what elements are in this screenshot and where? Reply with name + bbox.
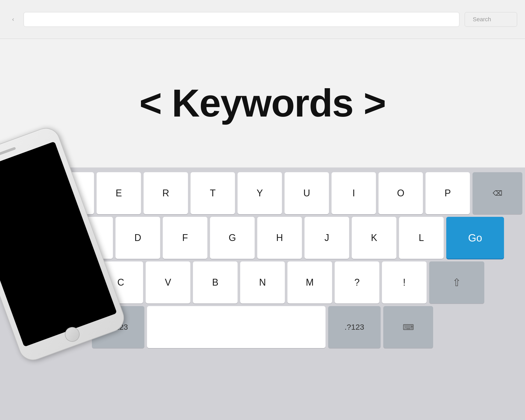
keywords-container: < Keywords > — [0, 39, 525, 167]
key-n[interactable]: N — [240, 261, 285, 303]
phone-speaker — [0, 147, 16, 156]
key-delete[interactable]: ⌫ — [472, 172, 522, 214]
key-shift-right[interactable]: ⇧ — [429, 261, 484, 303]
key-i[interactable]: I — [332, 172, 376, 214]
key-u[interactable]: U — [285, 172, 329, 214]
key-exclaim[interactable]: ! — [382, 261, 427, 303]
main-content: ‹ Search < Keywords > Q W E R T Y U I — [0, 0, 525, 420]
browser-bar: ‹ Search — [0, 0, 525, 39]
key-j[interactable]: J — [304, 217, 349, 259]
key-g[interactable]: G — [210, 217, 255, 259]
key-question[interactable]: ? — [335, 261, 379, 303]
key-t[interactable]: T — [191, 172, 235, 214]
key-e[interactable]: E — [97, 172, 141, 214]
key-l[interactable]: L — [399, 217, 444, 259]
key-m[interactable]: M — [287, 261, 332, 303]
key-go[interactable]: Go — [446, 217, 504, 259]
back-button[interactable]: ‹ — [8, 14, 18, 25]
key-f[interactable]: F — [163, 217, 207, 259]
key-space[interactable] — [147, 306, 326, 348]
key-emoji[interactable]: ⌨ — [383, 306, 433, 348]
search-button[interactable]: Search — [465, 12, 517, 27]
key-d[interactable]: D — [116, 217, 160, 259]
key-p[interactable]: P — [426, 172, 470, 214]
key-y[interactable]: Y — [238, 172, 282, 214]
key-b[interactable]: B — [193, 261, 238, 303]
key-v[interactable]: V — [146, 261, 190, 303]
key-h[interactable]: H — [257, 217, 302, 259]
key-numbers-right[interactable]: .?123 — [328, 306, 381, 348]
key-k[interactable]: K — [352, 217, 396, 259]
search-label: Search — [473, 16, 491, 23]
url-bar[interactable] — [24, 12, 459, 27]
key-o[interactable]: O — [379, 172, 423, 214]
key-r[interactable]: R — [144, 172, 188, 214]
keywords-text: < Keywords > — [139, 81, 386, 125]
shift-right-icon: ⇧ — [452, 276, 461, 288]
